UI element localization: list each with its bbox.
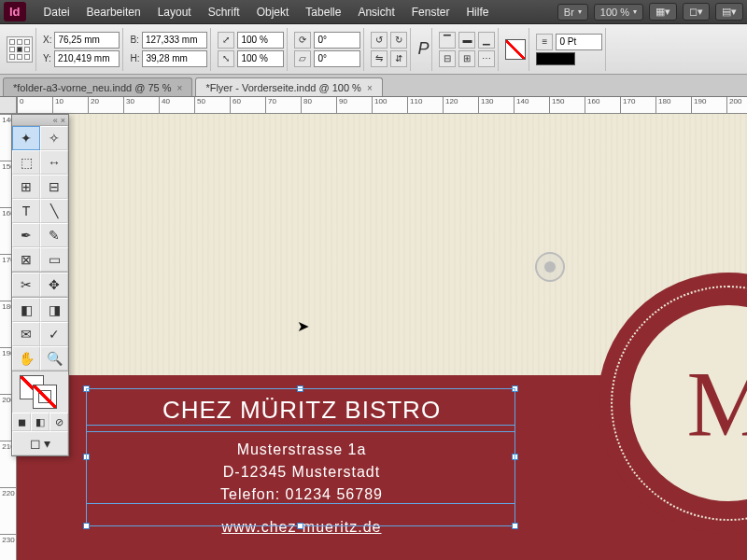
h-field[interactable] — [142, 50, 207, 67]
align-bottom-button[interactable]: ▁ — [478, 32, 495, 49]
ruler-corner[interactable] — [0, 97, 17, 114]
screen-mode-button[interactable]: ◻▾ — [683, 3, 710, 21]
pen-tool[interactable]: ✒ — [12, 223, 40, 247]
collapse-icon[interactable]: « — [53, 116, 58, 125]
scale-y-icon: ⤡ — [218, 50, 234, 67]
flip-h-button[interactable]: ⇋ — [371, 50, 388, 67]
selection-tool[interactable]: ✦ — [12, 126, 40, 150]
inner-frame-2 — [86, 431, 515, 504]
chevron-down-icon: ▾ — [578, 7, 582, 16]
align-more-button[interactable]: ⋯ — [478, 50, 495, 67]
menu-help[interactable]: Hilfe — [458, 6, 497, 19]
canvas[interactable]: M CHEZ MÜRITZ BISTRO Musterstrasse 1a D-… — [17, 114, 747, 560]
bridge-button[interactable]: Br▾ — [557, 4, 588, 21]
rectangle-tool[interactable]: ▭ — [40, 247, 68, 272]
close-icon[interactable]: × — [61, 116, 65, 125]
page-tool[interactable]: ⬚ — [12, 150, 40, 175]
close-icon[interactable]: × — [177, 83, 183, 93]
menu-file[interactable]: Datei — [35, 6, 78, 19]
distribute-v-button[interactable]: ⊞ — [458, 50, 475, 67]
view-mode-button[interactable]: ◻ ▾ — [12, 431, 68, 455]
horizontal-ruler[interactable]: 0102030405060708090100110120130140150160… — [17, 97, 747, 114]
stroke-weight-field[interactable] — [556, 34, 602, 50]
x-field[interactable] — [54, 32, 120, 49]
align-middle-button[interactable]: ▬ — [458, 32, 475, 49]
tools-panel-header[interactable]: «× — [12, 115, 68, 126]
y-field[interactable] — [54, 50, 120, 67]
content-placer-tool[interactable]: ⊟ — [40, 175, 68, 199]
rotate-cw-button[interactable]: ↻ — [390, 32, 407, 49]
menu-type[interactable]: Schrift — [200, 6, 248, 19]
app-logo: Id — [4, 2, 26, 21]
paragraph-style-indicator[interactable]: P — [417, 39, 429, 59]
fill-stroke-control[interactable] — [12, 371, 68, 413]
distribute-h-button[interactable]: ⊟ — [439, 50, 456, 67]
zoom-dropdown[interactable]: 100 %▾ — [594, 4, 643, 21]
tab-doc-1[interactable]: *folder-a3-vorne_neu.indd @ 75 %× — [3, 77, 192, 96]
w-field[interactable] — [142, 32, 207, 49]
workspace: 0102030405060708090100110120130140150160… — [0, 97, 747, 560]
menu-object[interactable]: Objekt — [248, 6, 298, 19]
pencil-tool[interactable]: ✎ — [40, 223, 68, 247]
eyedropper-tool[interactable]: ✓ — [40, 322, 68, 346]
hand-tool[interactable]: ✋ — [12, 346, 40, 371]
chevron-down-icon: ▾ — [633, 7, 637, 16]
apply-none-button[interactable]: ⊘ — [49, 413, 68, 431]
content-collector-tool[interactable]: ⊞ — [12, 175, 40, 199]
type-tool[interactable]: T — [12, 199, 40, 223]
gap-tool[interactable]: ↔ — [40, 150, 68, 175]
scale-x-field[interactable] — [237, 32, 284, 49]
rotate-ccw-button[interactable]: ↺ — [371, 32, 388, 49]
direct-selection-tool[interactable]: ✧ — [40, 126, 68, 150]
inner-frame-1 — [86, 388, 515, 426]
scale-y-field[interactable] — [237, 50, 284, 67]
w-label: B: — [130, 35, 138, 45]
fill-swatch[interactable] — [505, 39, 526, 60]
menu-edit[interactable]: Bearbeiten — [78, 6, 149, 19]
shear-icon: ▱ — [294, 50, 311, 67]
content-grabber-icon[interactable] — [535, 252, 565, 282]
free-transform-tool[interactable]: ✥ — [40, 273, 68, 297]
note-tool[interactable]: ✉ — [12, 322, 40, 346]
menu-window[interactable]: Fenster — [403, 6, 458, 19]
zoom-tool[interactable]: 🔍 — [40, 346, 68, 371]
seal-letter: M — [630, 305, 747, 501]
stroke-style-dropdown[interactable] — [536, 52, 575, 65]
gradient-feather-tool[interactable]: ◨ — [40, 298, 68, 322]
stroke-weight-icon: ≡ — [536, 34, 553, 50]
y-label: Y: — [43, 53, 51, 63]
rectangle-frame-tool[interactable]: ⊠ — [12, 247, 40, 272]
menu-layout[interactable]: Layout — [149, 6, 200, 19]
close-icon[interactable]: × — [367, 83, 373, 93]
document-tabs: *folder-a3-vorne_neu.indd @ 75 %× *Flyer… — [0, 75, 747, 97]
tools-panel[interactable]: «× ✦ ✧ ⬚ ↔ ⊞ ⊟ T ╲ ✒ ✎ ⊠ ▭ ✂ ✥ ◧ ◨ ✉ ✓ ✋… — [11, 114, 69, 456]
rotate-icon: ⟳ — [294, 32, 311, 49]
reference-point[interactable] — [7, 36, 33, 63]
rotate-field[interactable] — [314, 32, 360, 49]
shear-field[interactable] — [314, 50, 360, 67]
flip-v-button[interactable]: ⇵ — [390, 50, 407, 67]
line-tool[interactable]: ╲ — [40, 199, 68, 223]
control-bar: X: Y: B: H: ⤢ ⤡ ⟳ ▱ ↺↻ ⇋⇵ P ▔▬▁ ⊟⊞⋯ ≡ — [0, 24, 747, 75]
menu-view[interactable]: Ansicht — [349, 6, 402, 19]
menubar: Id Datei Bearbeiten Layout Schrift Objek… — [0, 0, 747, 24]
align-top-button[interactable]: ▔ — [439, 32, 456, 49]
scale-x-icon: ⤢ — [218, 32, 234, 49]
menu-table[interactable]: Tabelle — [297, 6, 349, 19]
apply-gradient-button[interactable]: ◧ — [31, 413, 49, 431]
scissors-tool[interactable]: ✂ — [12, 273, 40, 297]
apply-color-button[interactable]: ◼ — [12, 413, 31, 431]
view-options-button[interactable]: ▦▾ — [649, 3, 677, 21]
x-label: X: — [43, 35, 51, 45]
stroke-color[interactable] — [33, 385, 57, 409]
gradient-swatch-tool[interactable]: ◧ — [12, 298, 40, 322]
tab-doc-2[interactable]: *Flyer - Vorderseite.indd @ 100 %× — [195, 77, 382, 96]
arrange-button[interactable]: ▤▾ — [715, 3, 743, 21]
h-label: H: — [130, 53, 139, 63]
